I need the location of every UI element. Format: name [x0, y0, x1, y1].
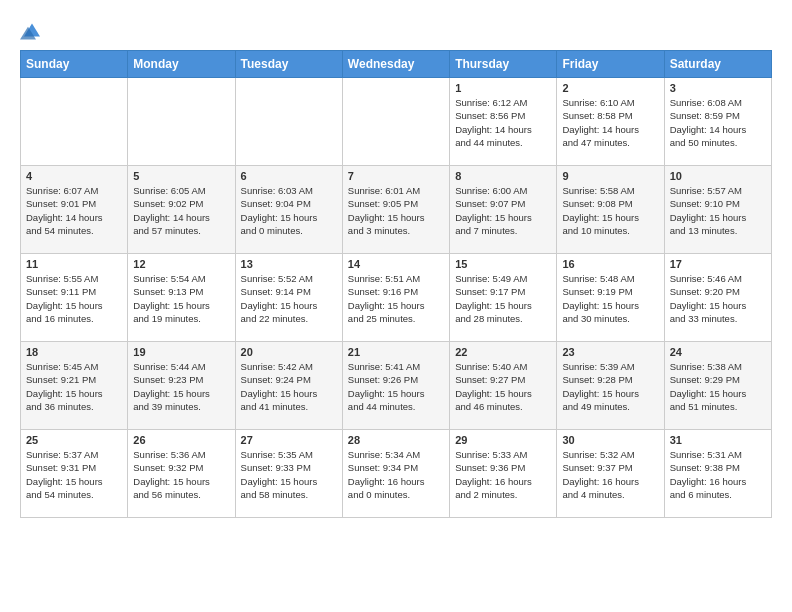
- page-header: [20, 20, 772, 40]
- day-number: 31: [670, 434, 766, 446]
- calendar-cell: 4Sunrise: 6:07 AM Sunset: 9:01 PM Daylig…: [21, 166, 128, 254]
- day-number: 12: [133, 258, 229, 270]
- day-number: 10: [670, 170, 766, 182]
- day-info: Sunrise: 6:08 AM Sunset: 8:59 PM Dayligh…: [670, 96, 766, 149]
- day-info: Sunrise: 5:38 AM Sunset: 9:29 PM Dayligh…: [670, 360, 766, 413]
- day-info: Sunrise: 5:46 AM Sunset: 9:20 PM Dayligh…: [670, 272, 766, 325]
- day-number: 25: [26, 434, 122, 446]
- day-number: 4: [26, 170, 122, 182]
- day-number: 1: [455, 82, 551, 94]
- day-info: Sunrise: 5:32 AM Sunset: 9:37 PM Dayligh…: [562, 448, 658, 501]
- day-number: 26: [133, 434, 229, 446]
- day-info: Sunrise: 6:01 AM Sunset: 9:05 PM Dayligh…: [348, 184, 444, 237]
- day-number: 23: [562, 346, 658, 358]
- calendar-header-row: SundayMondayTuesdayWednesdayThursdayFrid…: [21, 51, 772, 78]
- calendar-cell: 21Sunrise: 5:41 AM Sunset: 9:26 PM Dayli…: [342, 342, 449, 430]
- calendar-week-row: 4Sunrise: 6:07 AM Sunset: 9:01 PM Daylig…: [21, 166, 772, 254]
- calendar-cell: 3Sunrise: 6:08 AM Sunset: 8:59 PM Daylig…: [664, 78, 771, 166]
- calendar-header-sunday: Sunday: [21, 51, 128, 78]
- calendar-header-monday: Monday: [128, 51, 235, 78]
- calendar-cell: 23Sunrise: 5:39 AM Sunset: 9:28 PM Dayli…: [557, 342, 664, 430]
- calendar-cell: 2Sunrise: 6:10 AM Sunset: 8:58 PM Daylig…: [557, 78, 664, 166]
- calendar-cell: 8Sunrise: 6:00 AM Sunset: 9:07 PM Daylig…: [450, 166, 557, 254]
- calendar-cell: 30Sunrise: 5:32 AM Sunset: 9:37 PM Dayli…: [557, 430, 664, 518]
- day-number: 20: [241, 346, 337, 358]
- calendar-cell: [21, 78, 128, 166]
- day-info: Sunrise: 5:52 AM Sunset: 9:14 PM Dayligh…: [241, 272, 337, 325]
- calendar-cell: 5Sunrise: 6:05 AM Sunset: 9:02 PM Daylig…: [128, 166, 235, 254]
- day-number: 11: [26, 258, 122, 270]
- calendar-cell: 26Sunrise: 5:36 AM Sunset: 9:32 PM Dayli…: [128, 430, 235, 518]
- day-info: Sunrise: 6:10 AM Sunset: 8:58 PM Dayligh…: [562, 96, 658, 149]
- calendar-cell: 12Sunrise: 5:54 AM Sunset: 9:13 PM Dayli…: [128, 254, 235, 342]
- calendar-cell: 31Sunrise: 5:31 AM Sunset: 9:38 PM Dayli…: [664, 430, 771, 518]
- day-number: 16: [562, 258, 658, 270]
- calendar-cell: 15Sunrise: 5:49 AM Sunset: 9:17 PM Dayli…: [450, 254, 557, 342]
- calendar-header-saturday: Saturday: [664, 51, 771, 78]
- day-info: Sunrise: 5:51 AM Sunset: 9:16 PM Dayligh…: [348, 272, 444, 325]
- day-info: Sunrise: 5:55 AM Sunset: 9:11 PM Dayligh…: [26, 272, 122, 325]
- calendar-cell: [235, 78, 342, 166]
- day-info: Sunrise: 5:48 AM Sunset: 9:19 PM Dayligh…: [562, 272, 658, 325]
- calendar-cell: 25Sunrise: 5:37 AM Sunset: 9:31 PM Dayli…: [21, 430, 128, 518]
- calendar-cell: 11Sunrise: 5:55 AM Sunset: 9:11 PM Dayli…: [21, 254, 128, 342]
- logo: [20, 20, 52, 40]
- day-number: 24: [670, 346, 766, 358]
- calendar-header-tuesday: Tuesday: [235, 51, 342, 78]
- day-number: 5: [133, 170, 229, 182]
- day-info: Sunrise: 5:54 AM Sunset: 9:13 PM Dayligh…: [133, 272, 229, 325]
- day-info: Sunrise: 5:44 AM Sunset: 9:23 PM Dayligh…: [133, 360, 229, 413]
- day-info: Sunrise: 6:05 AM Sunset: 9:02 PM Dayligh…: [133, 184, 229, 237]
- logo-icon: [20, 20, 44, 40]
- day-number: 8: [455, 170, 551, 182]
- calendar-header-friday: Friday: [557, 51, 664, 78]
- day-info: Sunrise: 5:45 AM Sunset: 9:21 PM Dayligh…: [26, 360, 122, 413]
- calendar-header-wednesday: Wednesday: [342, 51, 449, 78]
- calendar-cell: 22Sunrise: 5:40 AM Sunset: 9:27 PM Dayli…: [450, 342, 557, 430]
- day-number: 30: [562, 434, 658, 446]
- day-info: Sunrise: 5:49 AM Sunset: 9:17 PM Dayligh…: [455, 272, 551, 325]
- day-number: 17: [670, 258, 766, 270]
- day-info: Sunrise: 5:34 AM Sunset: 9:34 PM Dayligh…: [348, 448, 444, 501]
- calendar-cell: 20Sunrise: 5:42 AM Sunset: 9:24 PM Dayli…: [235, 342, 342, 430]
- day-info: Sunrise: 6:12 AM Sunset: 8:56 PM Dayligh…: [455, 96, 551, 149]
- day-info: Sunrise: 5:31 AM Sunset: 9:38 PM Dayligh…: [670, 448, 766, 501]
- calendar-cell: 19Sunrise: 5:44 AM Sunset: 9:23 PM Dayli…: [128, 342, 235, 430]
- day-info: Sunrise: 5:36 AM Sunset: 9:32 PM Dayligh…: [133, 448, 229, 501]
- day-info: Sunrise: 6:00 AM Sunset: 9:07 PM Dayligh…: [455, 184, 551, 237]
- day-number: 14: [348, 258, 444, 270]
- day-number: 18: [26, 346, 122, 358]
- day-number: 9: [562, 170, 658, 182]
- calendar-cell: 16Sunrise: 5:48 AM Sunset: 9:19 PM Dayli…: [557, 254, 664, 342]
- calendar-header-thursday: Thursday: [450, 51, 557, 78]
- calendar-cell: 29Sunrise: 5:33 AM Sunset: 9:36 PM Dayli…: [450, 430, 557, 518]
- day-info: Sunrise: 6:03 AM Sunset: 9:04 PM Dayligh…: [241, 184, 337, 237]
- calendar-table: SundayMondayTuesdayWednesdayThursdayFrid…: [20, 50, 772, 518]
- day-number: 3: [670, 82, 766, 94]
- day-number: 19: [133, 346, 229, 358]
- day-number: 29: [455, 434, 551, 446]
- day-number: 2: [562, 82, 658, 94]
- day-info: Sunrise: 5:39 AM Sunset: 9:28 PM Dayligh…: [562, 360, 658, 413]
- day-info: Sunrise: 5:40 AM Sunset: 9:27 PM Dayligh…: [455, 360, 551, 413]
- calendar-cell: 28Sunrise: 5:34 AM Sunset: 9:34 PM Dayli…: [342, 430, 449, 518]
- calendar-cell: 18Sunrise: 5:45 AM Sunset: 9:21 PM Dayli…: [21, 342, 128, 430]
- day-info: Sunrise: 5:42 AM Sunset: 9:24 PM Dayligh…: [241, 360, 337, 413]
- calendar-cell: 1Sunrise: 6:12 AM Sunset: 8:56 PM Daylig…: [450, 78, 557, 166]
- calendar-cell: 7Sunrise: 6:01 AM Sunset: 9:05 PM Daylig…: [342, 166, 449, 254]
- day-info: Sunrise: 5:58 AM Sunset: 9:08 PM Dayligh…: [562, 184, 658, 237]
- calendar-cell: 13Sunrise: 5:52 AM Sunset: 9:14 PM Dayli…: [235, 254, 342, 342]
- day-number: 6: [241, 170, 337, 182]
- calendar-cell: 14Sunrise: 5:51 AM Sunset: 9:16 PM Dayli…: [342, 254, 449, 342]
- calendar-cell: [128, 78, 235, 166]
- day-info: Sunrise: 5:35 AM Sunset: 9:33 PM Dayligh…: [241, 448, 337, 501]
- day-info: Sunrise: 6:07 AM Sunset: 9:01 PM Dayligh…: [26, 184, 122, 237]
- day-number: 27: [241, 434, 337, 446]
- day-number: 22: [455, 346, 551, 358]
- calendar-cell: [342, 78, 449, 166]
- calendar-cell: 17Sunrise: 5:46 AM Sunset: 9:20 PM Dayli…: [664, 254, 771, 342]
- day-number: 21: [348, 346, 444, 358]
- day-info: Sunrise: 5:33 AM Sunset: 9:36 PM Dayligh…: [455, 448, 551, 501]
- calendar-cell: 24Sunrise: 5:38 AM Sunset: 9:29 PM Dayli…: [664, 342, 771, 430]
- day-info: Sunrise: 5:41 AM Sunset: 9:26 PM Dayligh…: [348, 360, 444, 413]
